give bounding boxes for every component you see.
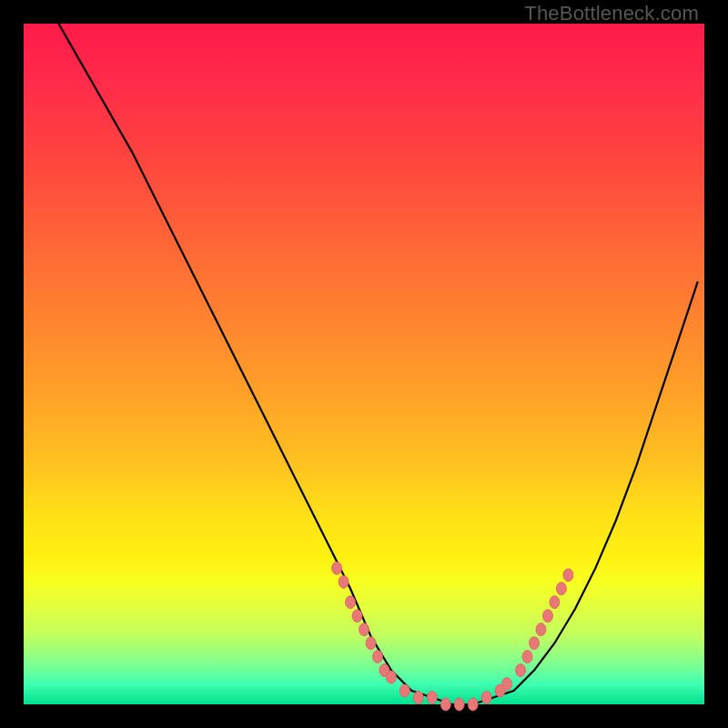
data-dot: [556, 582, 566, 595]
watermark-text: TheBottleneck.com: [524, 2, 699, 25]
data-dot: [530, 637, 540, 650]
data-dot: [502, 678, 512, 691]
data-dot: [481, 692, 491, 704]
data-dot: [339, 575, 349, 588]
data-dots: [332, 561, 573, 711]
curve-svg: [24, 24, 704, 704]
data-dot: [536, 623, 546, 636]
data-dot: [543, 610, 553, 622]
data-dot: [373, 651, 383, 663]
data-dot: [352, 610, 362, 622]
data-dot: [516, 664, 526, 677]
data-dot: [522, 651, 532, 663]
data-dot: [440, 698, 450, 711]
chart-frame: TheBottleneck.com: [0, 0, 728, 728]
data-dot: [550, 596, 560, 609]
data-dot: [386, 671, 396, 683]
bottleneck-curve: [51, 10, 698, 704]
data-dot: [413, 692, 423, 704]
data-dot: [427, 692, 437, 704]
data-dot: [399, 684, 410, 697]
data-dot: [454, 698, 464, 711]
data-dot: [563, 569, 573, 581]
data-dot: [359, 623, 369, 636]
plot-area: [24, 24, 704, 704]
data-dot: [346, 596, 356, 609]
data-dot: [332, 561, 342, 574]
data-dot: [366, 637, 376, 650]
data-dot: [468, 698, 478, 711]
